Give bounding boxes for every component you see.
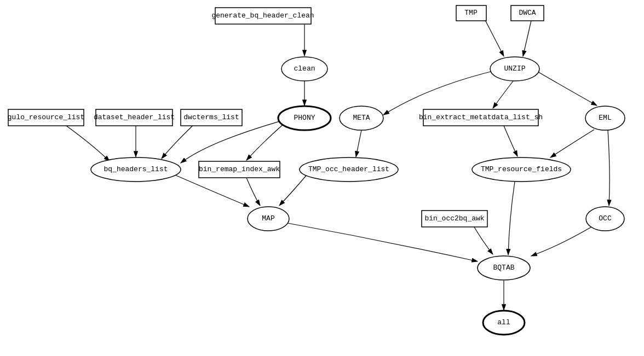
label-generate-bq-header-clean: generate_bq_header_clean: [211, 11, 314, 20]
label-dwca: DWCA: [519, 9, 536, 17]
label-tmp-resource-fields: TMP_resource_fields: [481, 165, 562, 173]
dependency-graph: generate_bq_header_clean clean PHONY MET…: [0, 0, 644, 356]
label-clean: clean: [294, 65, 315, 73]
label-occ: OCC: [599, 214, 612, 223]
label-meta: META: [353, 114, 370, 122]
label-bin-occ2bq-awk: bin_occ2bq_awk: [424, 214, 484, 223]
svg-line-3: [356, 130, 361, 157]
label-phony: PHONY: [294, 114, 315, 122]
label-bin-extract-metatdata-list-sh: bin_extract_metatdata_list_sh: [419, 113, 543, 121]
label-bqtab: BQTAB: [493, 264, 514, 272]
label-bin-remap-index-awk: bin_remap_index_awk: [199, 165, 280, 173]
label-tmp: TMP: [464, 9, 478, 17]
label-tmp-occ-header-list: TMP_occ_header_list: [308, 165, 389, 173]
label-all: all: [497, 318, 510, 326]
label-dataset-header-list: dataset_header_list: [94, 113, 175, 121]
svg-line-5: [523, 16, 532, 56]
label-gulo-resource-list: gulo_resource_list: [8, 113, 84, 121]
label-eml: EML: [599, 114, 611, 122]
label-bq-headers-list: bq_headers_list: [104, 165, 168, 173]
svg-line-4: [483, 16, 504, 56]
label-dwcterms-list: dwcterms_list: [183, 113, 239, 121]
label-map: MAP: [262, 214, 275, 223]
label-unzip: UNZIP: [504, 65, 525, 73]
